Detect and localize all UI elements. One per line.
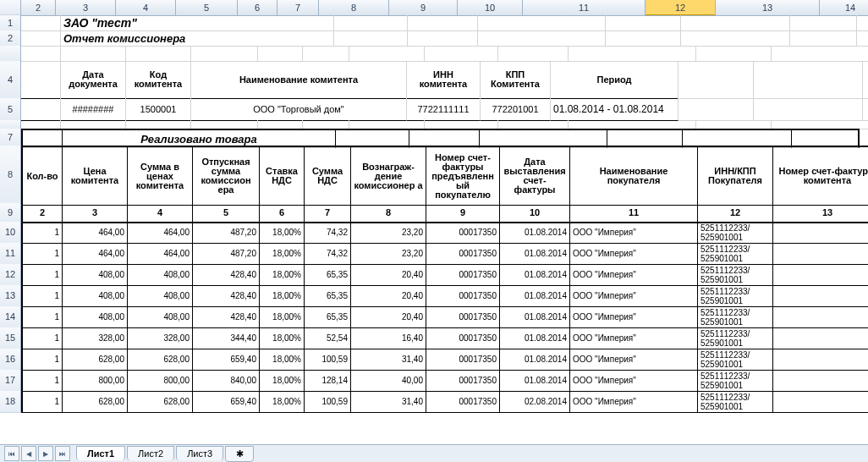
cell-nds-rate[interactable]: 18,00% [260,306,305,328]
cell-buyer[interactable]: ООО "Империя" [570,243,698,265]
cell-nds-sum[interactable]: 74,32 [305,243,351,265]
colnum[interactable]: 9 [426,203,500,223]
add-sheet-icon[interactable]: ✱ [225,446,254,462]
cell-sf-num[interactable]: 00017350 [426,285,500,307]
col-header[interactable]: 5 [176,0,238,15]
cell-qty[interactable]: 1 [21,222,63,244]
val-period[interactable]: 01.08.2014 - 01.08.2014 [551,98,678,121]
col-header-selected[interactable]: 12 [646,0,716,15]
col-header[interactable]: 14 [820,0,868,15]
cell-vozn[interactable]: 20,40 [351,285,426,307]
cell[interactable] [408,30,478,47]
row-header[interactable]: 1 [0,15,21,31]
row-header[interactable]: 14 [0,306,21,328]
cell[interactable] [349,46,425,62]
cell-sf-kom[interactable] [773,327,868,349]
cell-nds-rate[interactable]: 18,00% [260,349,305,371]
cell-buyer[interactable]: ООО "Империя" [570,391,698,413]
cell-sum[interactable]: 464,00 [128,243,193,265]
cell[interactable] [258,46,303,62]
cell[interactable] [425,46,498,62]
cell-nds-sum[interactable]: 65,35 [305,306,351,328]
colnum[interactable]: 13 [773,203,868,223]
col-header[interactable]: 7 [277,0,319,15]
cell-vozn[interactable]: 20,40 [351,264,426,286]
cell[interactable] [191,46,258,62]
cell[interactable] [21,98,61,121]
col-header[interactable]: 11 [523,0,646,15]
cell-vozn[interactable]: 40,00 [351,370,426,392]
cell-sf-date[interactable]: 01.08.2014 [500,243,570,265]
colnum[interactable]: 2 [21,203,63,223]
cell-nds-rate[interactable]: 18,00% [260,327,305,349]
row-header[interactable]: 5 [0,98,21,121]
th-nds-sum[interactable]: Сумма НДС [305,146,351,206]
th-price[interactable]: Цена комитента [63,146,128,206]
cell-buyer[interactable]: ООО "Империя" [570,327,698,349]
row-header[interactable]: 2 [0,30,21,47]
cell-nds-rate[interactable]: 18,00% [260,243,305,265]
cell-qty[interactable]: 1 [21,370,63,392]
cell-sf-date[interactable]: 01.08.2014 [500,222,570,244]
cell-qty[interactable]: 1 [21,264,63,286]
cell-price[interactable]: 328,00 [63,327,128,349]
cell-qty[interactable]: 1 [21,391,63,413]
cell[interactable] [678,98,754,121]
cell-inn-kpp[interactable]: 5251112233/525901001 [698,391,773,413]
cell[interactable] [754,61,863,99]
cell-sum[interactable]: 464,00 [128,222,193,244]
report-subtitle[interactable]: Отчет комиссионера [61,30,334,47]
cell-nds-rate[interactable]: 18,00% [260,285,305,307]
cell-sf-num[interactable]: 00017350 [426,370,500,392]
hdr-doc-date[interactable]: Дата документа [61,61,126,99]
cell-buyer[interactable]: ООО "Империя" [570,370,698,392]
col-header[interactable]: 4 [116,0,176,15]
select-all-corner[interactable] [0,0,21,15]
row-header[interactable]: 17 [0,370,21,392]
colnum[interactable]: 12 [698,203,773,223]
th-otp[interactable]: Отпускная сумма комиссион ера [193,146,260,206]
cell-sf-num[interactable]: 00017350 [426,264,500,286]
row-header[interactable]: 9 [0,203,21,223]
cell-inn-kpp[interactable]: 5251112233/525901001 [698,243,773,265]
col-header[interactable]: 2 [21,0,56,15]
cell-otp[interactable]: 487,20 [193,243,260,265]
cell-sum[interactable]: 800,00 [128,370,193,392]
cell[interactable] [303,46,349,62]
cell-nds-sum[interactable]: 52,54 [305,327,351,349]
cell-nds-rate[interactable]: 18,00% [260,370,305,392]
cell[interactable] [790,15,857,31]
th-inn-kpp[interactable]: ИНН/КПП Покупателя [698,146,773,206]
cell-inn-kpp[interactable]: 5251112233/525901001 [698,349,773,371]
col-header[interactable]: 13 [716,0,820,15]
cell[interactable] [569,46,696,62]
th-sum[interactable]: Сумма в ценах комитента [128,146,193,206]
tab-sheet2[interactable]: Лист2 [127,446,174,460]
cell-price[interactable]: 800,00 [63,370,128,392]
cell[interactable] [681,15,790,31]
hdr-kpp[interactable]: КПП Комитента [481,61,551,99]
row-header[interactable]: 4 [0,61,21,99]
cell-vozn[interactable]: 16,40 [351,327,426,349]
cell-buyer[interactable]: ООО "Империя" [570,285,698,307]
cell-nds-rate[interactable]: 18,00% [260,391,305,413]
cell[interactable] [863,61,868,99]
cell[interactable] [478,30,606,47]
th-buyer[interactable]: Наименование покупателя [570,146,698,206]
th-sf-date[interactable]: Дата выставления счет-фактуры [500,146,570,206]
nav-prev-icon[interactable]: ◀ [21,446,36,461]
colnum[interactable]: 4 [128,203,193,223]
cell-sf-date[interactable]: 01.08.2014 [500,349,570,371]
col-header[interactable]: 10 [458,0,523,15]
th-vozn[interactable]: Вознаграж- дение комиссионер а [351,146,426,206]
cell-sum[interactable]: 628,00 [128,349,193,371]
row-header[interactable]: 15 [0,327,21,349]
row-header[interactable]: 13 [0,285,21,307]
cell-sum[interactable]: 328,00 [128,327,193,349]
col-header[interactable]: 6 [238,0,277,15]
th-nds-rate[interactable]: Ставка НДС [260,146,305,206]
cell-sum[interactable]: 408,00 [128,285,193,307]
cell-sf-kom[interactable] [773,243,868,265]
cell-qty[interactable]: 1 [21,349,63,371]
cell-nds-sum[interactable]: 74,32 [305,222,351,244]
